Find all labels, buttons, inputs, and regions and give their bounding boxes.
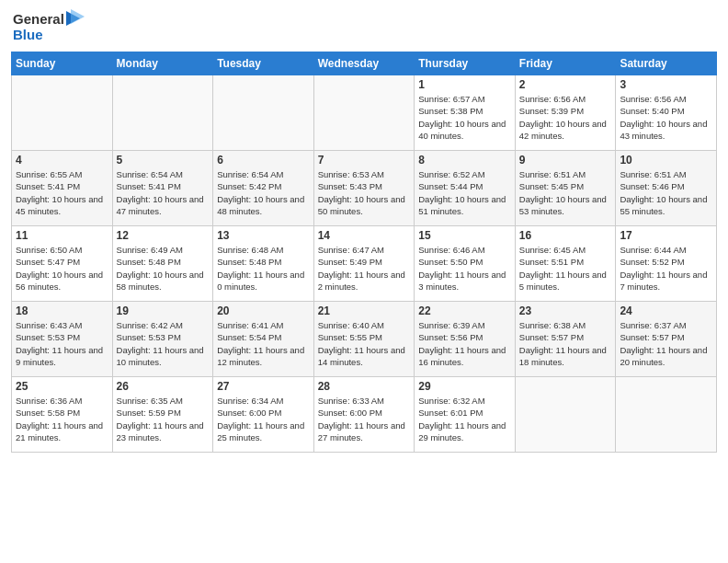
weekday-header-friday: Friday — [515, 52, 616, 75]
week-row-0: 1Sunrise: 6:57 AMSunset: 5:38 PMDaylight… — [12, 75, 717, 151]
day-info: Sunrise: 6:33 AMSunset: 6:00 PMDaylight:… — [318, 395, 411, 443]
day-info: Sunrise: 6:34 AMSunset: 6:00 PMDaylight:… — [217, 395, 310, 443]
day-info: Sunrise: 6:44 AMSunset: 5:52 PMDaylight:… — [620, 244, 712, 293]
logo: GeneralBlue — [11, 9, 94, 44]
calendar-cell: 23Sunrise: 6:38 AMSunset: 5:57 PMDayligh… — [515, 302, 616, 377]
calendar-cell: 15Sunrise: 6:46 AMSunset: 5:50 PMDayligh… — [415, 226, 516, 302]
calendar-cell: 29Sunrise: 6:32 AMSunset: 6:01 PMDayligh… — [415, 377, 516, 453]
day-number: 29 — [418, 380, 511, 393]
calendar-cell: 16Sunrise: 6:45 AMSunset: 5:51 PMDayligh… — [515, 226, 616, 302]
calendar-cell: 13Sunrise: 6:48 AMSunset: 5:48 PMDayligh… — [213, 226, 314, 302]
calendar-cell: 5Sunrise: 6:54 AMSunset: 5:41 PMDaylight… — [112, 151, 213, 226]
day-info: Sunrise: 6:53 AMSunset: 5:43 PMDaylight:… — [318, 168, 411, 217]
svg-marker-1 — [71, 9, 85, 24]
calendar-cell: 1Sunrise: 6:57 AMSunset: 5:38 PMDaylight… — [415, 75, 516, 151]
calendar-cell: 27Sunrise: 6:34 AMSunset: 6:00 PMDayligh… — [213, 377, 314, 453]
day-number: 23 — [519, 304, 612, 317]
day-info: Sunrise: 6:41 AMSunset: 5:54 PMDaylight:… — [217, 319, 310, 368]
calendar-cell: 9Sunrise: 6:51 AMSunset: 5:45 PMDaylight… — [515, 151, 616, 226]
day-number: 16 — [519, 229, 612, 242]
day-info: Sunrise: 6:36 AMSunset: 5:58 PMDaylight:… — [16, 395, 108, 443]
calendar-cell — [616, 377, 717, 453]
week-row-4: 25Sunrise: 6:36 AMSunset: 5:58 PMDayligh… — [12, 377, 717, 453]
calendar-cell: 11Sunrise: 6:50 AMSunset: 5:47 PMDayligh… — [12, 226, 113, 302]
calendar-cell — [12, 75, 113, 151]
page-container: GeneralBlue SundayMondayTuesdayWednesday… — [0, 0, 728, 563]
calendar-cell: 21Sunrise: 6:40 AMSunset: 5:55 PMDayligh… — [313, 302, 415, 377]
day-info: Sunrise: 6:54 AMSunset: 5:41 PMDaylight:… — [117, 168, 210, 217]
week-row-3: 18Sunrise: 6:43 AMSunset: 5:53 PMDayligh… — [12, 302, 717, 377]
calendar-cell: 22Sunrise: 6:39 AMSunset: 5:56 PMDayligh… — [415, 302, 516, 377]
day-info: Sunrise: 6:56 AMSunset: 5:40 PMDaylight:… — [620, 93, 712, 142]
calendar-cell: 3Sunrise: 6:56 AMSunset: 5:40 PMDaylight… — [616, 75, 717, 151]
calendar-cell: 24Sunrise: 6:37 AMSunset: 5:57 PMDayligh… — [616, 302, 717, 377]
day-info: Sunrise: 6:47 AMSunset: 5:49 PMDaylight:… — [318, 244, 411, 293]
calendar-cell: 20Sunrise: 6:41 AMSunset: 5:54 PMDayligh… — [213, 302, 314, 377]
day-number: 3 — [620, 78, 712, 91]
day-number: 24 — [620, 304, 712, 317]
day-info: Sunrise: 6:48 AMSunset: 5:48 PMDaylight:… — [217, 244, 310, 293]
calendar-cell: 14Sunrise: 6:47 AMSunset: 5:49 PMDayligh… — [313, 226, 415, 302]
calendar-cell: 25Sunrise: 6:36 AMSunset: 5:58 PMDayligh… — [12, 377, 113, 453]
day-number: 26 — [117, 380, 210, 393]
day-number: 11 — [16, 229, 108, 242]
day-number: 13 — [217, 229, 310, 242]
day-info: Sunrise: 6:49 AMSunset: 5:48 PMDaylight:… — [117, 244, 210, 293]
logo-svg: GeneralBlue — [11, 9, 94, 44]
header: GeneralBlue — [11, 9, 717, 44]
day-info: Sunrise: 6:42 AMSunset: 5:53 PMDaylight:… — [117, 319, 210, 368]
calendar-cell: 4Sunrise: 6:55 AMSunset: 5:41 PMDaylight… — [12, 151, 113, 226]
day-number: 22 — [418, 304, 511, 317]
weekday-header-sunday: Sunday — [12, 52, 113, 75]
calendar-cell: 19Sunrise: 6:42 AMSunset: 5:53 PMDayligh… — [112, 302, 213, 377]
day-info: Sunrise: 6:39 AMSunset: 5:56 PMDaylight:… — [418, 319, 511, 368]
day-info: Sunrise: 6:55 AMSunset: 5:41 PMDaylight:… — [16, 168, 108, 217]
day-info: Sunrise: 6:54 AMSunset: 5:42 PMDaylight:… — [217, 168, 310, 217]
day-number: 19 — [117, 304, 210, 317]
calendar-cell: 10Sunrise: 6:51 AMSunset: 5:46 PMDayligh… — [616, 151, 717, 226]
day-number: 8 — [418, 154, 511, 167]
day-info: Sunrise: 6:35 AMSunset: 5:59 PMDaylight:… — [117, 395, 210, 443]
day-info: Sunrise: 6:43 AMSunset: 5:53 PMDaylight:… — [16, 319, 108, 368]
week-row-2: 11Sunrise: 6:50 AMSunset: 5:47 PMDayligh… — [12, 226, 717, 302]
day-number: 4 — [16, 154, 108, 167]
calendar-cell: 26Sunrise: 6:35 AMSunset: 5:59 PMDayligh… — [112, 377, 213, 453]
svg-text:General: General — [13, 11, 64, 27]
day-number: 20 — [217, 304, 310, 317]
day-number: 21 — [318, 304, 411, 317]
calendar-cell — [515, 377, 616, 453]
weekday-header-saturday: Saturday — [616, 52, 717, 75]
day-number: 15 — [418, 229, 511, 242]
calendar-cell — [313, 75, 415, 151]
day-info: Sunrise: 6:45 AMSunset: 5:51 PMDaylight:… — [519, 244, 612, 293]
day-info: Sunrise: 6:50 AMSunset: 5:47 PMDaylight:… — [16, 244, 108, 293]
calendar-cell: 28Sunrise: 6:33 AMSunset: 6:00 PMDayligh… — [313, 377, 415, 453]
weekday-header-thursday: Thursday — [415, 52, 516, 75]
day-info: Sunrise: 6:51 AMSunset: 5:45 PMDaylight:… — [519, 168, 612, 217]
svg-text:Blue: Blue — [13, 27, 43, 42]
calendar-cell — [112, 75, 213, 151]
day-number: 7 — [318, 154, 411, 167]
day-info: Sunrise: 6:38 AMSunset: 5:57 PMDaylight:… — [519, 319, 612, 368]
calendar-body: 1Sunrise: 6:57 AMSunset: 5:38 PMDaylight… — [12, 75, 717, 453]
calendar-cell: 8Sunrise: 6:52 AMSunset: 5:44 PMDaylight… — [415, 151, 516, 226]
day-info: Sunrise: 6:37 AMSunset: 5:57 PMDaylight:… — [620, 319, 712, 368]
calendar-cell: 18Sunrise: 6:43 AMSunset: 5:53 PMDayligh… — [12, 302, 113, 377]
day-number: 10 — [620, 154, 712, 167]
calendar-cell: 7Sunrise: 6:53 AMSunset: 5:43 PMDaylight… — [313, 151, 415, 226]
day-number: 2 — [519, 78, 612, 91]
day-number: 17 — [620, 229, 712, 242]
day-number: 18 — [16, 304, 108, 317]
calendar-cell: 12Sunrise: 6:49 AMSunset: 5:48 PMDayligh… — [112, 226, 213, 302]
weekday-header-wednesday: Wednesday — [313, 52, 415, 75]
day-number: 28 — [318, 380, 411, 393]
calendar-cell: 6Sunrise: 6:54 AMSunset: 5:42 PMDaylight… — [213, 151, 314, 226]
calendar-header: SundayMondayTuesdayWednesdayThursdayFrid… — [12, 52, 717, 75]
calendar-cell — [213, 75, 314, 151]
day-info: Sunrise: 6:56 AMSunset: 5:39 PMDaylight:… — [519, 93, 612, 142]
day-info: Sunrise: 6:40 AMSunset: 5:55 PMDaylight:… — [318, 319, 411, 368]
day-number: 25 — [16, 380, 108, 393]
calendar-cell: 2Sunrise: 6:56 AMSunset: 5:39 PMDaylight… — [515, 75, 616, 151]
day-info: Sunrise: 6:52 AMSunset: 5:44 PMDaylight:… — [418, 168, 511, 217]
day-number: 9 — [519, 154, 612, 167]
